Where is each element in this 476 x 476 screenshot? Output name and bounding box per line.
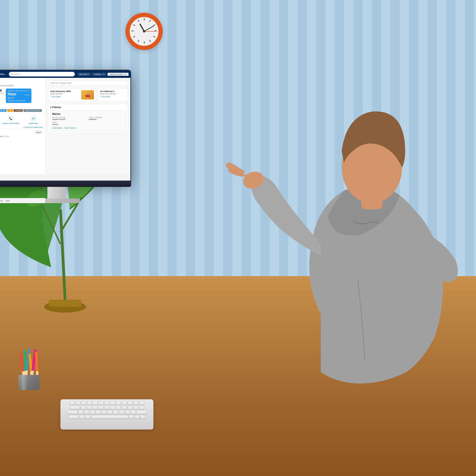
- story-call-title[interactable]: Call: Sophia Fournier: [0, 135, 2, 137]
- weather-haze-icon: 〰: [24, 92, 30, 99]
- policy-number-field: POLICY NUMBER miMarine...: [89, 117, 124, 120]
- key: [139, 406, 144, 409]
- key: [110, 401, 115, 405]
- tag-icon: 🏷: [30, 115, 37, 122]
- chevron-down-icon-2: ▾: [123, 73, 124, 75]
- story-date: 10/7/2020: [2, 136, 9, 137]
- key: [128, 401, 133, 405]
- tag-live[interactable]: Live: [7, 109, 13, 112]
- link-icon-2: ↗: [100, 96, 101, 97]
- policy-holder-value: Sophia Fournier: [52, 118, 87, 120]
- customer-tags: Daughter Stepson Watercraft Live Umbrell…: [0, 108, 46, 113]
- key: [110, 406, 115, 409]
- keyboard-spacebar-row: [62, 415, 152, 419]
- key-caps: [68, 410, 78, 414]
- weather-row: 2011 Customer Since $7026 Total Premiums: [0, 87, 43, 105]
- demo-link[interactable]: Try the Demo What's New!: [0, 126, 46, 129]
- key-tab: [70, 406, 80, 409]
- policy-actions: View Details Pay Premium: [52, 127, 124, 129]
- tab-loading[interactable]: Loading... ✕: [92, 73, 106, 76]
- cup-body: [18, 375, 39, 390]
- search-icon: ▾ All: [10, 73, 14, 75]
- key-spacebar: [91, 415, 128, 419]
- monitor-screen: ☁ Vlocity Interaction... ▾ All Search...…: [0, 70, 131, 181]
- key: [87, 401, 92, 405]
- wall-clock: [125, 13, 163, 50]
- term-value: Annual: [52, 123, 87, 125]
- update-contact-button[interactable]: 📞 Update Contact Details: [2, 115, 19, 124]
- tag-umbrella[interactable]: Umbrella: [14, 109, 23, 112]
- policy-holder-field: POLICY HOLDER Sophia Fournier: [52, 117, 87, 120]
- key: [107, 410, 113, 414]
- new-story-button[interactable]: New ▾: [35, 131, 43, 134]
- key: [113, 410, 118, 414]
- offer-text: Auto Insurance Offer Bundle and save! ↗ …: [50, 90, 80, 100]
- story-header: Customer Story New ▾: [0, 131, 43, 134]
- close-icon[interactable]: ✕: [103, 73, 104, 75]
- key: [131, 410, 136, 414]
- pencil-orange: [35, 352, 38, 376]
- clock-second-hand: [144, 31, 156, 32]
- sf-main-content: Sophia Fournier 415 Mission Street, San …: [0, 78, 130, 174]
- weather-location: Weather in San Francisco, CA: [8, 90, 30, 92]
- key: [81, 406, 86, 409]
- customer-name: Sophia Fournier: [0, 81, 43, 84]
- keyboard-top-row: [62, 401, 152, 405]
- tag-middle-school[interactable]: Middle School Parent: [23, 109, 42, 112]
- key: [79, 415, 84, 419]
- pay-premium-link[interactable]: Pay Premium: [64, 127, 76, 129]
- monitor-bezel: [0, 181, 131, 187]
- key: [140, 415, 146, 419]
- offer-cards-row: Auto Insurance Offer Bundle and save! ↗ …: [48, 88, 128, 102]
- key: [122, 401, 127, 405]
- tab-accounts[interactable]: Accounts ▾: [78, 73, 91, 76]
- view-details-link[interactable]: View Details: [52, 127, 63, 129]
- customer-header: Sophia Fournier 415 Mission Street, San …: [0, 78, 46, 108]
- global-search[interactable]: ▾ All Search...: [9, 72, 75, 76]
- tag-watercraft[interactable]: Watercraft: [0, 109, 6, 112]
- get-quote-link[interactable]: ↗ Get a quote: [50, 96, 80, 97]
- weather-time: Local time: 11:11:02 AM: [8, 100, 30, 102]
- key: [84, 410, 89, 414]
- policies-header: ▾ Policies: [50, 106, 126, 109]
- clock-minute-hand: [144, 26, 154, 32]
- key: [99, 401, 104, 405]
- art-title: Art Collector's: [100, 90, 126, 92]
- key: [119, 410, 124, 414]
- customer-stats: 2011 Customer Since $7026 Total Premiums: [0, 88, 4, 94]
- pencil-cup: [18, 353, 47, 390]
- key: [81, 401, 86, 405]
- sf-right-panel: Auto Insurance Offer Bundle and save! ↗ …: [46, 78, 130, 174]
- key: [85, 415, 90, 419]
- sf-top-nav: ☁ Vlocity Interaction... ▾ All Search...…: [0, 70, 130, 78]
- key: [129, 415, 134, 419]
- key: [92, 406, 98, 409]
- key-shift: [68, 415, 79, 419]
- art-seminar-link[interactable]: ↗ Art seminar: [100, 96, 126, 97]
- policy-term-field: TERM Annual: [52, 122, 87, 125]
- help-search-input[interactable]: [48, 80, 128, 86]
- close-tab-icon[interactable]: ✕: [125, 73, 127, 75]
- chevron-down-icon: ▾: [88, 73, 89, 75]
- auto-insurance-card: Auto Insurance Offer Bundle and save! ↗ …: [48, 88, 96, 102]
- policies-title: Policies: [52, 106, 61, 109]
- marine-policy-card: Marine POLICY HOLDER Sophia Fournier POL…: [50, 110, 126, 131]
- weather-widget: Weather in San Francisco, CA Haze 58 °F: [6, 88, 31, 103]
- salesforce-ui: ☁ Vlocity Interaction... ▾ All Search...…: [0, 70, 130, 181]
- update-tags-button[interactable]: 🏷 Update Tags: [29, 115, 38, 124]
- key: [133, 406, 138, 409]
- link-icon: ↗: [50, 96, 51, 97]
- key: [133, 401, 138, 405]
- desk-surface: [0, 276, 476, 476]
- key: [93, 401, 98, 405]
- auto-offer-image: 🚗: [81, 90, 94, 100]
- sf-left-panel: Sophia Fournier 415 Mission Street, San …: [0, 78, 46, 174]
- tab-sophia[interactable]: Sophia Fournier ▾ ✕: [108, 73, 129, 76]
- weather-condition: Haze: [8, 92, 16, 96]
- key: [135, 415, 140, 419]
- story-status: In Progress: [0, 137, 9, 139]
- art-desc: Protect your collection...: [100, 93, 126, 95]
- story-item: 📞 Call: Sophia Fournier 10/7/2020 In Pro…: [0, 135, 43, 140]
- search-placeholder: Search...: [14, 73, 22, 75]
- stat-premiums: $7026 Total Premiums: [0, 88, 4, 94]
